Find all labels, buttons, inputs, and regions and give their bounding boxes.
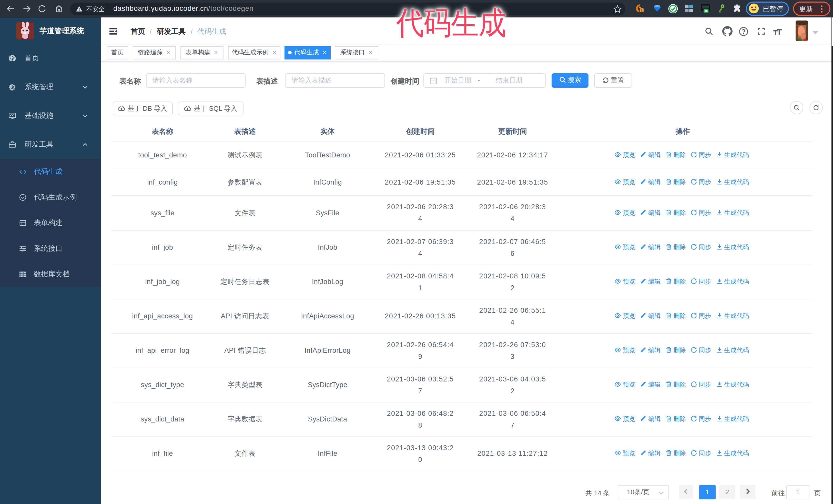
svg-text:on: on (704, 9, 708, 12)
svg-text:1: 1 (641, 8, 643, 12)
